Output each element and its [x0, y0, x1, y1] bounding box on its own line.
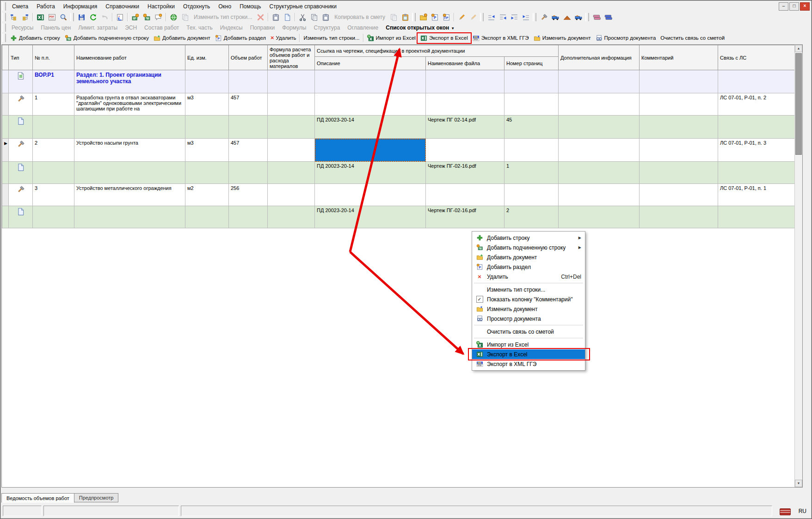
- cell[interactable]: [229, 206, 268, 228]
- col-header-tip[interactable]: Тип: [9, 45, 33, 70]
- menu-item-delete[interactable]: ×УдалитьCtrl+Del: [472, 272, 585, 281]
- folder-settings-icon[interactable]: [418, 12, 429, 23]
- tab-indeksy[interactable]: Индексы: [216, 24, 246, 31]
- toolbar-grip[interactable]: [2, 2, 6, 11]
- keyboard-layout-icon[interactable]: [780, 508, 791, 515]
- col-header-unit[interactable]: Ед. изм.: [185, 45, 229, 70]
- cell-volume[interactable]: 256: [229, 184, 268, 206]
- cell[interactable]: [268, 70, 315, 93]
- maximize-button[interactable]: □: [789, 2, 799, 11]
- toolbar-grip[interactable]: [70, 13, 74, 21]
- tab-limit-zatraty[interactable]: Лимит. затраты: [74, 24, 121, 31]
- minimize-button[interactable]: –: [779, 2, 788, 11]
- tab-resursy[interactable]: Ресурсы: [8, 24, 37, 31]
- cell[interactable]: [559, 139, 640, 162]
- transport-truck-icon[interactable]: [573, 12, 584, 23]
- cell-file[interactable]: Чертеж ПГ-02-16.pdf: [426, 206, 504, 228]
- tree-structure-icon[interactable]: [19, 12, 31, 23]
- row-selector[interactable]: [2, 162, 9, 184]
- cell[interactable]: [718, 206, 795, 228]
- menu-pomosch[interactable]: Помощь: [235, 2, 265, 11]
- report-page-icon[interactable]: [282, 12, 293, 23]
- tab-esn[interactable]: ЭСН: [121, 24, 141, 31]
- export-xml-gge-button[interactable]: Экспорт в XML ГГЭ: [470, 34, 531, 43]
- add-comment-icon[interactable]: [153, 12, 164, 23]
- machines-truck-icon[interactable]: [550, 12, 561, 23]
- cell[interactable]: [185, 116, 229, 139]
- paste-icon[interactable]: [320, 12, 332, 23]
- toolbar-grip[interactable]: [480, 13, 484, 21]
- cell[interactable]: [268, 206, 315, 228]
- col-header-pages[interactable]: Номер страниц: [504, 57, 559, 70]
- cell[interactable]: [33, 206, 74, 228]
- menu-item-add-section[interactable]: Добавить раздел: [472, 262, 585, 272]
- tab-struktura[interactable]: Структура: [310, 24, 344, 31]
- copy-to-estimate-label[interactable]: Копировать в смету: [332, 14, 388, 20]
- export-excel-button[interactable]: Экспорт в Excel: [418, 34, 470, 43]
- cell[interactable]: [185, 70, 229, 93]
- cell-num[interactable]: 1: [33, 93, 74, 116]
- menu-item-show-comment-column[interactable]: ✓Показать колонку "Комментарий": [472, 294, 585, 304]
- cell[interactable]: [559, 116, 640, 139]
- tab-predprosmotr[interactable]: Предпросмотр: [74, 493, 119, 502]
- cell-num[interactable]: ВОР.Р1: [33, 70, 74, 93]
- cell-unit[interactable]: м2: [185, 184, 229, 206]
- language-indicator[interactable]: RU: [799, 508, 806, 514]
- cell[interactable]: [718, 162, 795, 184]
- menu-item-add-subrow[interactable]: Добавить подчиненную строку▶: [472, 243, 585, 252]
- resources-hammer-icon[interactable]: [538, 12, 550, 23]
- menu-strukturnye[interactable]: Структурные справочники: [265, 2, 341, 11]
- pdf-icon[interactable]: [46, 12, 58, 23]
- menu-item-view-document[interactable]: Просмотр документа: [472, 314, 585, 324]
- cell[interactable]: [74, 206, 185, 228]
- row-type-cell[interactable]: [9, 116, 33, 139]
- menu-item-edit-document[interactable]: Изменить документ: [472, 304, 585, 314]
- row-selector[interactable]: [2, 70, 9, 93]
- cell[interactable]: [504, 93, 559, 116]
- cell[interactable]: [268, 93, 315, 116]
- col-header-link-ls[interactable]: Связь с ЛС: [718, 45, 795, 70]
- toolbar-grip[interactable]: [585, 13, 589, 21]
- cut-icon[interactable]: [297, 12, 308, 23]
- menu-item-clear-estimate-link[interactable]: Очистить связь со сметой: [472, 327, 585, 336]
- cell[interactable]: [504, 139, 559, 162]
- col-header-formula[interactable]: Формула расчета объемов работ и расхода …: [268, 45, 315, 70]
- toolbar-grip[interactable]: [533, 13, 536, 21]
- cell-desc[interactable]: ПД 20023-20-14: [315, 162, 426, 184]
- menu-item-change-row-type[interactable]: Изменить тип строки...: [472, 285, 585, 294]
- cell[interactable]: [640, 139, 718, 162]
- cell-link-ls[interactable]: ЛС 07-01, Р-01, п. 3: [718, 139, 795, 162]
- tab-vedomost-obemov-rabot[interactable]: Ведомость объемов работ: [1, 493, 74, 503]
- cell[interactable]: [559, 70, 640, 93]
- cell[interactable]: [559, 206, 640, 228]
- cell[interactable]: [426, 139, 504, 162]
- row-type-cell[interactable]: [9, 206, 33, 228]
- cell[interactable]: [229, 70, 268, 93]
- cell-name[interactable]: Разработка грунта в отвал экскаваторами …: [74, 93, 185, 116]
- add-row-button[interactable]: Добавить строку: [8, 34, 62, 43]
- col-header-desc[interactable]: Описание: [315, 57, 426, 70]
- renumber-icon[interactable]: [114, 12, 126, 23]
- edit-document-button[interactable]: Изменить документ: [531, 34, 593, 43]
- menu-spravochniki[interactable]: Справочники: [101, 2, 143, 11]
- cell[interactable]: [229, 116, 268, 139]
- cell[interactable]: [33, 162, 74, 184]
- indent-left-icon[interactable]: [497, 12, 509, 23]
- row-selector[interactable]: [2, 116, 9, 139]
- catalog-blue-books-icon[interactable]: [603, 12, 614, 23]
- add-subrow-icon[interactable]: [141, 12, 153, 23]
- row-type-cell[interactable]: [9, 93, 33, 116]
- tab-sostav-rabot[interactable]: Состав работ: [141, 24, 183, 31]
- col-header-extra[interactable]: Дополнительная информация: [559, 45, 640, 70]
- delete-button[interactable]: ×Удалить: [268, 34, 299, 42]
- view-document-button[interactable]: Просмотр документа: [593, 34, 658, 43]
- menu-okno[interactable]: Окно: [214, 2, 235, 11]
- scroll-down-icon[interactable]: ▼: [795, 480, 802, 487]
- cell[interactable]: [559, 162, 640, 184]
- section-p-icon[interactable]: [429, 12, 441, 23]
- indent-last-icon[interactable]: [520, 12, 532, 23]
- cell-name[interactable]: Устройство металлического ограждения: [74, 184, 185, 206]
- cell[interactable]: [185, 206, 229, 228]
- delete-row-icon[interactable]: [255, 12, 266, 23]
- add-subrow-button[interactable]: Добавить подчиненную строку: [62, 34, 151, 43]
